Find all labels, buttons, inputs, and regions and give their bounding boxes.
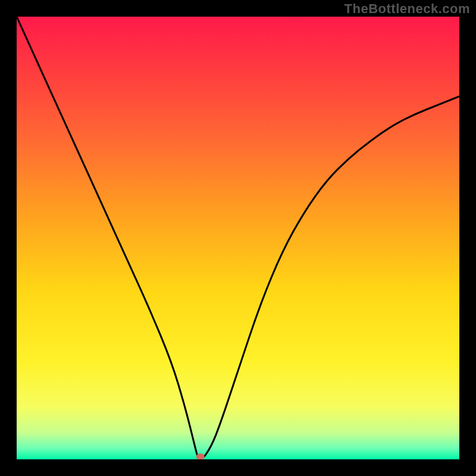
plot-area [17,17,459,459]
watermark-text: TheBottleneck.com [345,1,470,17]
chart-svg [17,17,459,459]
gradient-bg [17,17,459,459]
chart-frame: TheBottleneck.com [0,0,476,476]
